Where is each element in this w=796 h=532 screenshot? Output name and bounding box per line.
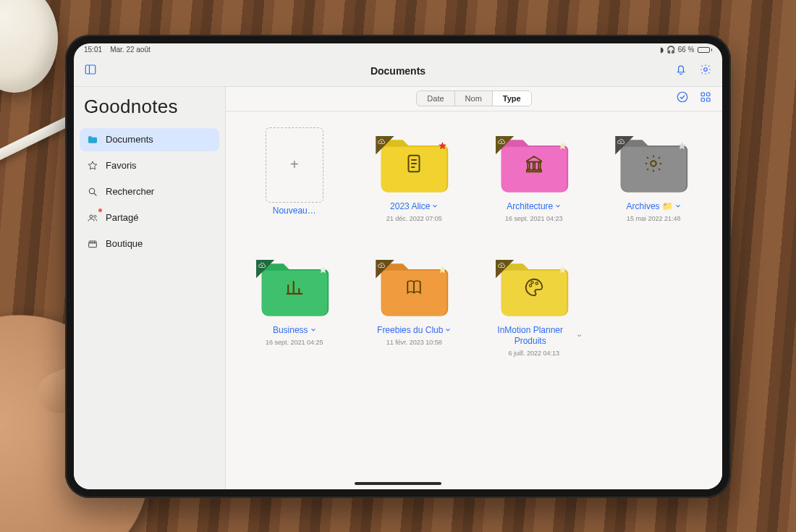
- folder-name[interactable]: InMotion Planner Produits: [486, 325, 583, 347]
- favorite-star-icon[interactable]: [437, 264, 448, 275]
- sidebar-item-documents[interactable]: Documents: [80, 128, 219, 151]
- folder-name[interactable]: Freebies du Club: [377, 325, 451, 336]
- badge-dot: [98, 208, 102, 212]
- favorite-star-icon[interactable]: [318, 264, 329, 275]
- sort-segmented-control[interactable]: DateNomType: [416, 90, 531, 106]
- chart-icon: [284, 276, 305, 301]
- folder-name[interactable]: Archives 📁: [627, 201, 681, 212]
- shop-icon: [87, 238, 98, 250]
- favorite-star-icon[interactable]: [677, 140, 687, 151]
- sidebar-item-label: Rechercher: [106, 186, 154, 197]
- folder-inmotion-planner-produits[interactable]: InMotion Planner Produits 6 juill. 2022 …: [486, 251, 583, 357]
- sidebar-item-rechercher[interactable]: Rechercher: [80, 180, 219, 203]
- folder-2023-alice[interactable]: 2023 Alice 21 déc. 2022 07:05: [366, 127, 463, 222]
- favorite-star-icon[interactable]: [557, 264, 568, 275]
- ipad-frame: 15:01 Mar. 22 août ◗ 🎧 66 % Documents: [65, 35, 731, 498]
- folder-thumbnail: [496, 127, 572, 198]
- folder-date: 16 sept. 2021 04:25: [266, 339, 323, 346]
- folder-thumbnail: [615, 127, 692, 198]
- page-title: Documents: [371, 65, 425, 77]
- new-item-label: Nouveau…: [273, 206, 316, 216]
- favorite-star-icon[interactable]: [557, 140, 568, 151]
- sidebar-item-favoris[interactable]: Favoris: [80, 154, 219, 177]
- folder-thumbnail: [376, 127, 452, 198]
- main-panel: DateNomType + Nouveau…: [226, 87, 722, 489]
- folder-date: 16 sept. 2021 04:23: [505, 215, 563, 222]
- folder-date: 21 déc. 2022 07:05: [386, 215, 442, 222]
- people-icon: [87, 212, 98, 224]
- star-icon: [87, 160, 98, 172]
- folder-date: 6 juill. 2022 04:13: [508, 350, 559, 357]
- bank-icon: [523, 153, 545, 177]
- folder-archives[interactable]: Archives 📁 15 mai 2022 21:48: [606, 127, 703, 222]
- folder-architecture[interactable]: Architecture 16 sept. 2021 04:23: [486, 127, 583, 222]
- status-date: Mar. 22 août: [110, 46, 151, 54]
- folder-name[interactable]: Business: [273, 325, 316, 336]
- select-mode-icon[interactable]: [676, 90, 689, 106]
- bell-icon[interactable]: [674, 63, 687, 79]
- sort-date[interactable]: Date: [417, 91, 454, 106]
- sidebar-item-label: Documents: [106, 134, 153, 145]
- sidebar-item-partagé[interactable]: Partagé: [80, 206, 219, 229]
- sort-bar: DateNomType: [226, 87, 722, 111]
- moon-icon: ◗: [660, 46, 664, 54]
- gear-icon[interactable]: [699, 63, 712, 79]
- folder-date: 15 mai 2022 21:48: [627, 215, 681, 222]
- sidebar: Goodnotes DocumentsFavorisRechercherPart…: [74, 87, 226, 489]
- sort-type[interactable]: Type: [493, 91, 531, 106]
- decor-egg: [0, 0, 58, 93]
- folder-date: 11 févr. 2023 10:58: [386, 339, 442, 346]
- status-bar: 15:01 Mar. 22 août ◗ 🎧 66 %: [74, 43, 722, 56]
- folder-business[interactable]: Business 16 sept. 2021 04:25: [246, 251, 343, 357]
- doc-icon: [403, 153, 425, 177]
- sort-nom[interactable]: Nom: [455, 91, 493, 106]
- grid-view-icon[interactable]: [699, 90, 712, 106]
- documents-grid: + Nouveau… 2023 Alice 21 déc. 2022 07:05: [226, 111, 722, 489]
- folder-thumbnail: [496, 251, 572, 322]
- headphone-icon: 🎧: [666, 46, 675, 54]
- home-indicator[interactable]: [355, 482, 441, 485]
- sidebar-item-label: Partagé: [106, 212, 139, 223]
- app-title: Goodnotes: [80, 94, 219, 128]
- folder-name[interactable]: Architecture: [507, 201, 561, 212]
- screen: 15:01 Mar. 22 août ◗ 🎧 66 % Documents: [74, 43, 722, 489]
- new-item[interactable]: + Nouveau…: [246, 127, 343, 222]
- folder-name[interactable]: 2023 Alice: [390, 201, 438, 212]
- sidebar-item-label: Boutique: [106, 238, 143, 249]
- sidebar-item-boutique[interactable]: Boutique: [80, 232, 219, 256]
- plus-icon: +: [266, 127, 323, 203]
- folder-icon: [87, 134, 98, 145]
- book-icon: [403, 276, 425, 301]
- battery-percent: 66 %: [678, 46, 695, 54]
- battery-icon: [698, 47, 713, 53]
- status-time: 15:01: [84, 46, 102, 54]
- palette-icon: [523, 276, 545, 301]
- gear-icon: [643, 153, 664, 177]
- toolbar: Documents: [74, 56, 722, 87]
- search-icon: [87, 186, 98, 198]
- sidebar-item-label: Favoris: [106, 160, 137, 171]
- folder-thumbnail: [256, 251, 333, 322]
- favorite-star-icon[interactable]: [437, 140, 448, 151]
- sidebar-toggle-icon[interactable]: [84, 63, 97, 79]
- folder-freebies-du-club[interactable]: Freebies du Club 11 févr. 2023 10:58: [366, 251, 463, 357]
- folder-thumbnail: [376, 251, 452, 322]
